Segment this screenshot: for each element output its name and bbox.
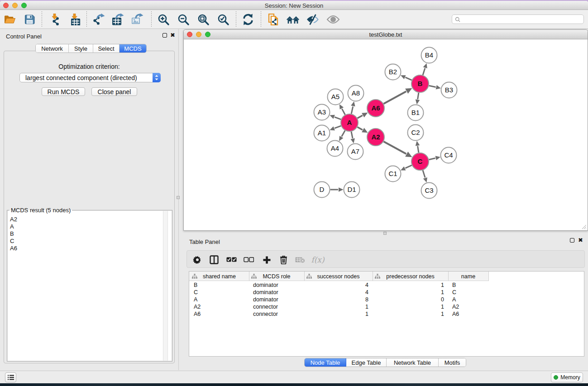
- graph-node-D1[interactable]: D1: [344, 182, 360, 198]
- tab-network[interactable]: Network: [36, 44, 69, 52]
- graph-node-A6[interactable]: A6: [367, 100, 384, 117]
- edge-A6-B[interactable]: [384, 91, 406, 104]
- column-separator[interactable]: [249, 272, 249, 281]
- column-separator[interactable]: [373, 272, 373, 281]
- column-header-MCDS-role[interactable]: MCDS role: [249, 272, 304, 281]
- run-mcds-button[interactable]: Run MCDS: [42, 87, 85, 96]
- split-divider-grip-horizontal[interactable]: [383, 232, 387, 235]
- tab-edge-table[interactable]: Edge Table: [346, 358, 387, 367]
- split-divider-grip[interactable]: [177, 196, 180, 199]
- table-row-A2[interactable]: A2connector11A2: [189, 303, 584, 310]
- table-row-A6[interactable]: A6connector11A6: [189, 310, 584, 318]
- criterion-select[interactable]: largest connected component (directed): [19, 73, 161, 82]
- edge-C-C2[interactable]: [418, 146, 419, 153]
- column-separator[interactable]: [304, 272, 305, 281]
- edge-A-A4[interactable]: [342, 130, 345, 136]
- search-input[interactable]: [452, 14, 584, 24]
- show-column-button[interactable]: [208, 253, 220, 266]
- export-network-button[interactable]: [92, 13, 105, 26]
- select-all-button[interactable]: [225, 253, 238, 266]
- mcds-result-item[interactable]: A: [8, 223, 172, 230]
- import-network-button[interactable]: [48, 13, 62, 26]
- tab-style[interactable]: Style: [69, 44, 93, 52]
- open-folder-button[interactable]: [3, 13, 16, 26]
- graph-node-D[interactable]: D: [314, 182, 330, 198]
- delete-column-button[interactable]: [277, 253, 290, 266]
- graph-node-C1[interactable]: C1: [385, 166, 401, 182]
- table-row-C[interactable]: Cdominator41C: [189, 289, 584, 296]
- edge-C-C4[interactable]: [429, 158, 435, 160]
- graph-node-B3[interactable]: B3: [441, 82, 457, 98]
- export-table-button[interactable]: [111, 13, 124, 26]
- edge-B-B4[interactable]: [423, 68, 425, 75]
- table-row-B[interactable]: Bdominator41B: [189, 281, 584, 289]
- graph-node-A1[interactable]: A1: [314, 125, 330, 141]
- table-options-gear-button[interactable]: [191, 253, 204, 266]
- eye-slash-button[interactable]: [306, 13, 320, 26]
- zoom-selected-button[interactable]: [216, 13, 230, 26]
- edge-A2-C[interactable]: [384, 142, 406, 154]
- deselect-all-button[interactable]: [242, 253, 255, 266]
- control-panel-float-button[interactable]: [163, 33, 167, 38]
- edge-A-A1[interactable]: [335, 126, 341, 128]
- graph-node-A2[interactable]: A2: [367, 129, 384, 146]
- tab-mcds[interactable]: MCDS: [120, 44, 146, 52]
- control-panel-close-button[interactable]: ✖: [170, 33, 175, 38]
- graph-node-C3[interactable]: C3: [421, 183, 437, 199]
- refresh-button[interactable]: [241, 13, 255, 26]
- network-canvas[interactable]: B4 B2 B B3 A8 A5 A6 A3 B1 A C2 A1 A2: [184, 40, 588, 230]
- edge-C-C1[interactable]: [405, 165, 411, 168]
- mcds-result-item[interactable]: A2: [8, 216, 172, 223]
- zoom-out-button[interactable]: [177, 13, 190, 26]
- mcds-result-scrollbar[interactable]: [163, 211, 168, 361]
- graph-node-A[interactable]: A: [341, 114, 358, 131]
- column-header-predecessor-nodes[interactable]: predecessor nodes: [373, 272, 448, 281]
- edge-A-A6[interactable]: [358, 115, 363, 118]
- graph-node-A7[interactable]: A7: [348, 144, 363, 160]
- graph-node-A3[interactable]: A3: [314, 105, 330, 120]
- graph-node-C2[interactable]: C2: [408, 125, 424, 141]
- eye-button[interactable]: [326, 13, 340, 26]
- edge-A-A3[interactable]: [335, 117, 341, 119]
- edge-A-A7[interactable]: [351, 132, 353, 138]
- mcds-result-item[interactable]: B: [8, 230, 172, 238]
- close-panel-button[interactable]: Close panel: [91, 87, 137, 96]
- edge-A-A5[interactable]: [342, 109, 345, 114]
- import-table-button[interactable]: [68, 13, 81, 26]
- tab-node-table[interactable]: Node Table: [305, 358, 346, 367]
- graph-node-C[interactable]: C: [411, 153, 429, 170]
- tab-motifs[interactable]: Motifs: [439, 358, 466, 367]
- add-column-button[interactable]: [260, 253, 273, 266]
- export-image-button[interactable]: [130, 13, 144, 26]
- graph-node-B[interactable]: B: [411, 75, 429, 92]
- double-home-button[interactable]: [286, 13, 300, 26]
- tab-select[interactable]: Select: [93, 44, 120, 52]
- save-floppy-button[interactable]: [23, 13, 36, 26]
- column-separator[interactable]: [488, 272, 489, 281]
- mcds-result-list[interactable]: A2ABCA6: [8, 211, 172, 361]
- graph-node-B1[interactable]: B1: [408, 105, 424, 121]
- table-row-A[interactable]: Adominator80A: [189, 296, 584, 303]
- edge-B-B2[interactable]: [406, 77, 412, 80]
- mcds-result-item[interactable]: A6: [8, 245, 172, 252]
- split-divider-vertical[interactable]: [178, 29, 179, 370]
- edge-B-B1[interactable]: [418, 93, 419, 100]
- table-panel-float-button[interactable]: [570, 238, 574, 243]
- graph-node-A4[interactable]: A4: [327, 141, 343, 157]
- graph-node-B2[interactable]: B2: [385, 64, 401, 80]
- edge-C-C3[interactable]: [423, 170, 425, 177]
- graph-node-B4[interactable]: B4: [421, 48, 437, 63]
- graph-node-A8[interactable]: A8: [348, 86, 364, 101]
- task-history-button[interactable]: [5, 372, 16, 382]
- edge-A-A8[interactable]: [351, 106, 353, 114]
- column-separator[interactable]: [448, 272, 449, 281]
- graph-node-C4[interactable]: C4: [441, 148, 457, 163]
- memory-button[interactable]: Memory: [551, 372, 583, 382]
- column-header-successor-nodes[interactable]: successor nodes: [304, 272, 373, 281]
- zoom-in-button[interactable]: [157, 13, 170, 26]
- tab-network-table[interactable]: Network Table: [387, 358, 439, 367]
- table-panel-close-button[interactable]: ✖: [578, 238, 583, 243]
- column-header-name[interactable]: name: [448, 272, 488, 281]
- edge-B-B3[interactable]: [429, 86, 436, 87]
- column-header-shared-name[interactable]: shared name: [190, 272, 249, 281]
